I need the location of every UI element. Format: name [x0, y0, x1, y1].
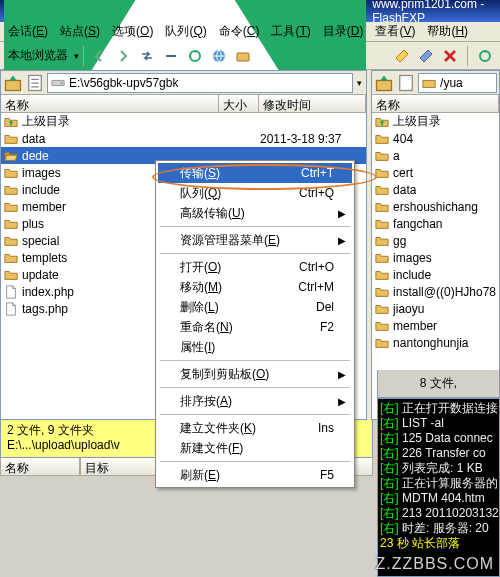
menu-separator [160, 360, 350, 361]
folder-row[interactable]: 上级目录 [372, 113, 499, 130]
local-browser-label: 本地浏览器 [4, 47, 72, 64]
globe-button[interactable] [208, 45, 230, 67]
remote-path: /yua [440, 76, 463, 90]
transfer-button[interactable] [136, 45, 158, 67]
remote-up-button[interactable] [374, 73, 394, 93]
context-menu-item[interactable]: 建立文件夹(K)Ins [158, 418, 352, 438]
qcol-name[interactable]: 名称 [0, 458, 80, 476]
remote-history-button[interactable] [396, 73, 416, 93]
log-pane[interactable]: [右] 正在打开数据连接[右] LIST -al[右] 125 Data con… [377, 398, 500, 577]
remote-pane: /yua 名称 上级目录404acertdataershoushichangfa… [371, 70, 500, 420]
menu-item[interactable]: 查看(V) [369, 21, 421, 42]
log-line: [右] 时差: 服务器: 20 [380, 521, 497, 536]
log-line: [右] MDTM 404.htm [380, 491, 497, 506]
svg-rect-9 [377, 80, 392, 90]
context-menu-item[interactable]: 队列(Q)Ctrl+Q [158, 183, 352, 203]
connect-button[interactable] [391, 45, 413, 67]
local-columns: 名称 大小 修改时间 [1, 95, 366, 113]
prev-button[interactable] [88, 45, 110, 67]
log-line: [右] 正在打开数据连接 [380, 401, 497, 416]
svg-point-8 [61, 82, 63, 84]
menu-separator [160, 226, 350, 227]
context-menu-item[interactable]: 排序按(A)▶ [158, 391, 352, 411]
menu-item[interactable]: 站点(S) [54, 21, 106, 42]
dropdown-arrow-icon[interactable]: ▾ [355, 78, 364, 88]
context-menu-item[interactable]: 重命名(N)F2 [158, 317, 352, 337]
menu-item[interactable]: 会话(E) [2, 21, 54, 42]
col-mod[interactable]: 修改时间 [259, 95, 366, 112]
toolbar-left [88, 45, 254, 67]
remote-status: 8 文件, [377, 370, 500, 398]
menu-item[interactable]: 命令(C) [213, 21, 266, 42]
folder-row[interactable]: images [372, 249, 499, 266]
abort-button[interactable] [439, 45, 461, 67]
remote-address-bar[interactable]: /yua [418, 73, 497, 93]
menu-item[interactable]: 队列(Q) [159, 21, 212, 42]
folder-row[interactable]: data [372, 181, 499, 198]
log-line: [右] LIST -al [380, 416, 497, 431]
refresh-button[interactable] [184, 45, 206, 67]
remote-col-name[interactable]: 名称 [372, 95, 499, 112]
remote-columns: 名称 [372, 95, 499, 113]
svg-rect-11 [423, 80, 435, 87]
menu-item[interactable]: 目录(D) [317, 21, 370, 42]
drive-icon [51, 76, 65, 90]
up-button[interactable] [3, 73, 23, 93]
folder-row[interactable]: 404 [372, 130, 499, 147]
menu-item[interactable]: 帮助(H) [421, 21, 474, 42]
col-size[interactable]: 大小 [219, 95, 259, 112]
folder-row[interactable]: install@((0)HJho78 [372, 283, 499, 300]
menubar: 会话(E)站点(S)选项(O)队列(Q)命令(C)工具(T)目录(D)查看(V)… [0, 22, 500, 42]
next-button[interactable] [112, 45, 134, 67]
folder-row[interactable]: include [372, 266, 499, 283]
context-menu-item[interactable]: 移动(M)Ctrl+M [158, 277, 352, 297]
log-line: 23 秒 站长部落 [380, 536, 497, 551]
context-menu-item[interactable]: 复制到剪贴板(O)▶ [158, 364, 352, 384]
folder-row[interactable]: gg [372, 232, 499, 249]
toolbar-right [391, 45, 496, 67]
context-menu-item[interactable]: 传输(S)Ctrl+T [158, 163, 352, 183]
context-menu-item[interactable]: 属性(I) [158, 337, 352, 357]
folder-row[interactable]: 上级目录 [1, 113, 366, 130]
local-address-bar[interactable]: E:\v56gbk-upv57gbk [47, 73, 353, 93]
local-path: E:\v56gbk-upv57gbk [69, 76, 178, 90]
menu-separator [160, 253, 350, 254]
menu-separator [160, 414, 350, 415]
remote-status-text: 8 文件, [420, 375, 457, 392]
folder-row[interactable]: a [372, 147, 499, 164]
menu-separator [160, 461, 350, 462]
log-line: [右] 213 2011020313233 [380, 506, 497, 521]
disconnect-button[interactable] [415, 45, 437, 67]
svg-rect-3 [237, 53, 249, 61]
svg-rect-10 [400, 75, 413, 90]
stop-button[interactable] [160, 45, 182, 67]
history-button[interactable] [25, 73, 45, 93]
context-menu: 传输(S)Ctrl+T队列(Q)Ctrl+Q高级传输(U)▶资源管理器菜单(E)… [155, 160, 355, 488]
log-line: [右] 226 Transfer co [380, 446, 497, 461]
folder-row[interactable]: member [372, 317, 499, 334]
context-menu-item[interactable]: 打开(O)Ctrl+O [158, 257, 352, 277]
context-menu-item[interactable]: 刷新(E)F5 [158, 465, 352, 485]
folder-row[interactable]: ershoushichang [372, 198, 499, 215]
log-line: [右] 列表完成: 1 KB [380, 461, 497, 476]
context-menu-item[interactable]: 高级传输(U)▶ [158, 203, 352, 223]
remote-refresh-button[interactable] [474, 45, 496, 67]
log-line: [右] 125 Data connec [380, 431, 497, 446]
context-menu-item[interactable]: 资源管理器菜单(E)▶ [158, 230, 352, 250]
context-menu-item[interactable]: 删除(L)Del [158, 297, 352, 317]
svg-rect-5 [6, 80, 21, 90]
folder-row[interactable]: nantonghunjia [372, 334, 499, 351]
folder-row[interactable]: fangchan [372, 215, 499, 232]
col-name[interactable]: 名称 [1, 95, 219, 112]
context-menu-item[interactable]: 新建文件(F) [158, 438, 352, 458]
log-line: [右] 正在计算服务器的 [380, 476, 497, 491]
dir-button[interactable] [232, 45, 254, 67]
folder-row[interactable]: cert [372, 164, 499, 181]
menu-item[interactable]: 工具(T) [265, 21, 316, 42]
folder-row[interactable]: data2011-3-18 9:37 [1, 130, 366, 147]
window-titlebar: www.prim1201.com - FlashFXP [0, 0, 500, 22]
folder-row[interactable]: jiaoyu [372, 300, 499, 317]
menu-separator [160, 387, 350, 388]
menu-item[interactable]: 选项(O) [106, 21, 159, 42]
folder-icon [422, 76, 436, 90]
